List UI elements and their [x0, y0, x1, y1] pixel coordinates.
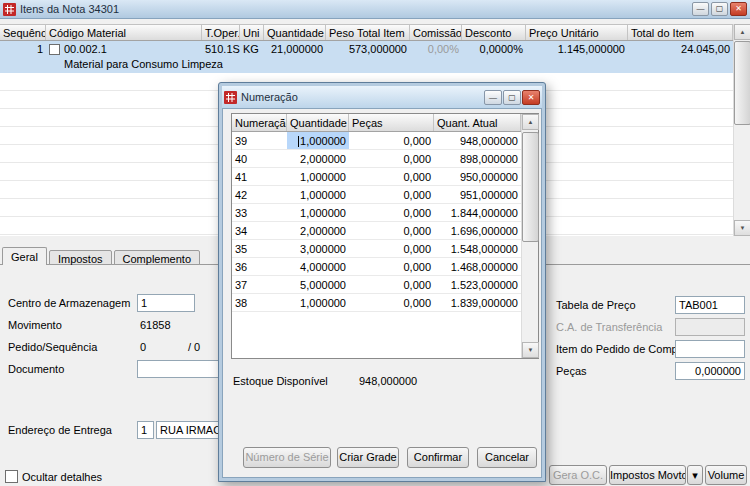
ocultar-detalhes-checkbox[interactable]: [5, 470, 18, 483]
cell-quantidade[interactable]: 21,000000: [264, 41, 326, 57]
numeracao-cell[interactable]: 1,000000: [287, 204, 349, 221]
numeracao-cell[interactable]: 2,000000: [287, 150, 349, 167]
cell-uni[interactable]: KG: [240, 41, 264, 57]
numeracao-cell[interactable]: 951,000000: [434, 186, 521, 203]
cell-descricao[interactable]: Material para Consumo Limpeza: [0, 57, 750, 70]
column-header-peso-total-item[interactable]: Peso Total Item: [326, 25, 410, 40]
column-header-t-oper[interactable]: T.Oper.: [202, 25, 240, 40]
numeracao-cell[interactable]: 1.696,000000: [434, 222, 521, 239]
numeracao-cell[interactable]: 39: [232, 132, 287, 149]
cell-desconto[interactable]: 0,0000%: [462, 41, 526, 57]
numeracao-cell[interactable]: 33: [232, 204, 287, 221]
numeracao-cell[interactable]: 0,000: [349, 168, 434, 185]
numeracao-cell[interactable]: 1,000000: [287, 294, 349, 311]
endereco-numero-field[interactable]: 1: [137, 421, 154, 439]
confirmar-button[interactable]: Confirmar: [407, 447, 469, 468]
item-checkbox[interactable]: [49, 44, 60, 55]
numeracao-cell[interactable]: 42: [232, 186, 287, 203]
numeracao-cell[interactable]: 0,000: [349, 258, 434, 275]
numeracao-cell[interactable]: 38: [232, 294, 287, 311]
cancelar-button[interactable]: Cancelar: [477, 447, 537, 468]
numeracao-cell[interactable]: 37: [232, 276, 287, 293]
column-header-comissao[interactable]: Comissão: [410, 25, 462, 40]
impostos-movto-button[interactable]: Impostos Movto: [609, 465, 686, 485]
numeracao-cell[interactable]: 948,000000: [434, 132, 521, 149]
column-header-total-do-item[interactable]: Total do Item: [628, 25, 733, 40]
cell-total-do-item[interactable]: 24.045,00: [628, 41, 733, 57]
numeracao-row-41[interactable]: 411,0000000,000950,000000: [232, 168, 521, 186]
close-button[interactable]: ✕: [730, 2, 747, 16]
item-pedido-compra-field[interactable]: [675, 340, 745, 358]
numeracao-row-39[interactable]: 391,0000000,000948,000000: [232, 132, 521, 150]
scrollbar-thumb[interactable]: [734, 41, 750, 125]
numeracao-cell[interactable]: 1.844,000000: [434, 204, 521, 221]
tab-geral[interactable]: Geral: [2, 247, 47, 265]
numeracao-cell[interactable]: 0,000: [349, 204, 434, 221]
numeracao-cell[interactable]: 0,000: [349, 240, 434, 257]
numeracao-row-42[interactable]: 421,0000000,000951,000000: [232, 186, 521, 204]
numeracao-scrollbar[interactable]: ▲ ▼: [521, 114, 538, 358]
minimize-button[interactable]: —: [692, 2, 709, 16]
scroll-down-icon[interactable]: ▼: [734, 220, 750, 236]
numeracao-row-35[interactable]: 353,0000000,0001.548,000000: [232, 240, 521, 258]
centro-armazenagem-field[interactable]: 1: [137, 294, 195, 312]
numeracao-row-34[interactable]: 342,0000000,0001.696,000000: [232, 222, 521, 240]
impostos-movto-dropdown-icon[interactable]: ▾: [687, 465, 703, 485]
tabela-preco-field[interactable]: TAB001: [675, 296, 745, 314]
cell-t-oper[interactable]: 510.1S: [202, 41, 240, 57]
numeracao-cell[interactable]: 0,000: [349, 222, 434, 239]
numeracao-row-36[interactable]: 364,0000000,0001.468,000000: [232, 258, 521, 276]
cell-comissao[interactable]: 0,00%: [410, 41, 462, 57]
volume-button[interactable]: Volume: [705, 465, 747, 485]
column-header-numeracao[interactable]: Numeração: [232, 114, 287, 131]
numeracao-cell[interactable]: 1,000000: [287, 186, 349, 203]
column-header-quant-atual[interactable]: Quant. Atual: [434, 114, 521, 131]
cell-sequencia[interactable]: 1: [0, 41, 46, 57]
maximize-button[interactable]: ▢: [711, 2, 728, 16]
dialog-minimize-button[interactable]: —: [484, 90, 502, 105]
dialog-close-button[interactable]: ✕: [522, 90, 540, 105]
numeracao-row-38[interactable]: 381,0000000,0001.839,000000: [232, 294, 521, 312]
numeracao-cell[interactable]: 0,000: [349, 132, 434, 149]
numeracao-cell[interactable]: 0,000: [349, 150, 434, 167]
numeracao-cell[interactable]: 3,000000: [287, 240, 349, 257]
criar-grade-button[interactable]: Criar Grade: [337, 447, 399, 468]
numeracao-cell[interactable]: 34: [232, 222, 287, 239]
numeracao-row-37[interactable]: 375,0000000,0001.523,000000: [232, 276, 521, 294]
numeracao-cell[interactable]: 950,000000: [434, 168, 521, 185]
scroll-down-icon[interactable]: ▼: [522, 342, 539, 358]
numeracao-cell[interactable]: 1.523,000000: [434, 276, 521, 293]
cell-peso-total-item[interactable]: 573,000000: [326, 41, 410, 57]
pecas-field[interactable]: 0,000000: [675, 362, 745, 380]
numeracao-cell[interactable]: 0,000: [349, 294, 434, 311]
column-header-preco-unitario[interactable]: Preço Unitário: [526, 25, 628, 40]
items-grid-scrollbar[interactable]: ▲ ▼: [733, 24, 750, 236]
cell-preco-unitario[interactable]: 1.145,000000: [526, 41, 628, 57]
numeracao-cell[interactable]: 0,000: [349, 276, 434, 293]
tab-complemento[interactable]: Complemento: [114, 250, 200, 265]
numeracao-cell[interactable]: 35: [232, 240, 287, 257]
numeracao-cell[interactable]: 40: [232, 150, 287, 167]
numeracao-cell[interactable]: 1.468,000000: [434, 258, 521, 275]
dialog-maximize-button[interactable]: ▢: [503, 90, 521, 105]
numeracao-cell[interactable]: 0,000: [349, 186, 434, 203]
scroll-up-icon[interactable]: ▲: [734, 24, 750, 40]
column-header-desconto[interactable]: Desconto: [462, 25, 526, 40]
numeracao-row-40[interactable]: 402,0000000,000898,000000: [232, 150, 521, 168]
numeracao-cell[interactable]: 41: [232, 168, 287, 185]
column-header-quantidade[interactable]: Quantidade: [287, 114, 349, 131]
cell-codigo-material[interactable]: 00.002.1: [46, 41, 202, 57]
numeracao-row-33[interactable]: 331,0000000,0001.844,000000: [232, 204, 521, 222]
numeracao-cell[interactable]: 2,000000: [287, 222, 349, 239]
numeracao-cell[interactable]: 1,000000: [287, 132, 349, 149]
scrollbar-thumb[interactable]: [522, 132, 539, 242]
item-row-selected[interactable]: 1 00.002.1 510.1S KG 21,000000 573,00000…: [0, 41, 750, 73]
numeracao-cell[interactable]: 1.839,000000: [434, 294, 521, 311]
column-header-uni[interactable]: Uni: [240, 25, 264, 40]
numeracao-cell[interactable]: 1,000000: [287, 168, 349, 185]
column-header-pecas[interactable]: Peças: [349, 114, 434, 131]
scroll-up-icon[interactable]: ▲: [522, 114, 539, 130]
numeracao-cell[interactable]: 898,000000: [434, 150, 521, 167]
column-header-quantidade[interactable]: Quantidade: [264, 25, 326, 40]
numeracao-cell[interactable]: 1.548,000000: [434, 240, 521, 257]
